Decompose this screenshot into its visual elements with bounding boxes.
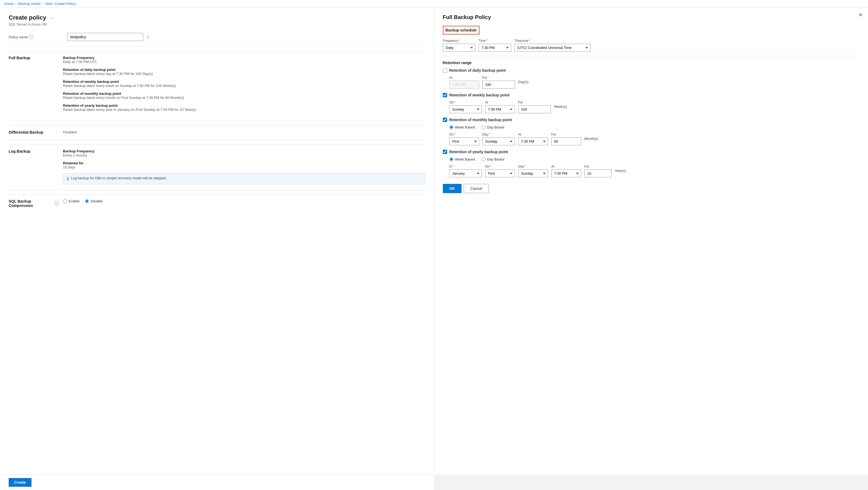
monthly-day-label: Day — [483, 133, 488, 136]
monthly-unit: Month(s) — [585, 137, 598, 141]
monthly-retention-checkbox[interactable] — [443, 118, 447, 122]
info-circle-icon: ℹ — [67, 176, 69, 181]
timezone-label: Timezone — [515, 39, 529, 42]
differential-backup-value: Disabled — [63, 130, 425, 134]
yearly-on-select[interactable]: FirstSecondThirdFourthLast — [485, 170, 515, 177]
disable-label: Disable — [91, 199, 102, 203]
daily-retention-fields: At 7:30 PM For Day(s) — [443, 76, 860, 89]
yearly-retention-fields: In * JanuaryFebruaryMarchApril MayJuneJu… — [443, 165, 860, 177]
differential-backup-label: Differential Backup — [9, 130, 63, 135]
monthly-day-based-label[interactable]: Day Based — [482, 125, 504, 129]
backup-schedule-label: Backup schedule — [443, 26, 479, 34]
sql-compression-info-icon[interactable]: i — [55, 201, 59, 206]
disable-radio-label[interactable]: Disable — [85, 199, 102, 203]
log-freq-desc: Every 2 hour(s) — [63, 153, 425, 157]
yearly-week-based-label[interactable]: Week Based — [449, 157, 475, 161]
yearly-type-radio-group: Week Based Day Based — [443, 157, 860, 161]
full-backup-freq-desc: Daily at 7:30 PM UTC — [63, 60, 425, 64]
disable-radio[interactable] — [85, 199, 89, 203]
time-select[interactable]: 7:30 PM — [478, 44, 511, 52]
log-freq-title: Backup Frequency — [63, 149, 425, 153]
yearly-at-label: At — [551, 165, 554, 168]
monthly-day-select[interactable]: SundayMondayTuesday WednesdayThursdayFri… — [483, 138, 515, 145]
yearly-retention-checkbox[interactable] — [443, 150, 447, 154]
left-panel: Create policy ··· SQL Server in Azure VM… — [0, 8, 434, 474]
create-button[interactable]: Create — [9, 478, 31, 487]
monthly-week-based-text: Week Based — [455, 125, 475, 129]
frequency-label: Frequency — [443, 39, 458, 42]
yearly-day-label: Day — [518, 165, 524, 168]
monthly-for-label: For — [551, 133, 556, 136]
daily-at-select[interactable]: 7:30 PM — [449, 81, 479, 89]
monthly-day-based-radio[interactable] — [482, 125, 486, 129]
weekly-at-select[interactable]: 7:30 PM — [485, 106, 515, 113]
cancel-button[interactable]: Cancel — [464, 184, 489, 193]
retention-range-label: Retention range — [443, 61, 860, 65]
monthly-retention-check-label[interactable]: Retention of monthly backup point — [449, 118, 512, 122]
weekly-retention-check-label[interactable]: Retention of weekly backup point — [449, 93, 509, 97]
timezone-select[interactable]: (UTC) Coordinated Universal Time — [515, 44, 590, 52]
daily-unit: Day(s) — [518, 80, 529, 84]
right-panel: Full Backup Policy ✕ Backup schedule Fre… — [434, 8, 868, 474]
full-backup-label: Full Backup — [9, 56, 63, 115]
yearly-in-label: In — [449, 165, 452, 168]
yearly-day-based-radio[interactable] — [482, 157, 486, 161]
weekly-unit: Week(s) — [554, 105, 567, 109]
monthly-at-select[interactable]: 7:30 PM — [518, 138, 548, 145]
policy-name-input[interactable] — [67, 33, 143, 41]
daily-retention-section: Retention of daily backup point At 7:30 … — [443, 68, 860, 89]
yearly-for-label: For — [585, 165, 589, 168]
yearly-at-select[interactable]: 7:30 PM — [551, 170, 581, 177]
monthly-retention-title: Retention of monthly backup point — [63, 91, 425, 96]
monthly-on-select[interactable]: FirstSecondThirdFourthLast — [449, 138, 479, 145]
daily-retention-check-label[interactable]: Retention of daily backup point — [449, 68, 506, 73]
yearly-retention-section: Retention of yearly backup point Week Ba… — [443, 150, 860, 177]
frequency-select[interactable]: Daily Weekly Monthly — [443, 44, 475, 52]
enable-radio[interactable] — [63, 199, 67, 203]
enable-label: Enable — [69, 199, 80, 203]
retention-range-section: Retention range Retention of daily backu… — [443, 56, 860, 193]
yearly-day-select[interactable]: SundayMondayTuesday WednesdayThursdayFri… — [518, 170, 548, 177]
time-field: Time * 7:30 PM — [478, 39, 511, 52]
log-backup-section: Log Backup Backup Frequency Every 2 hour… — [9, 144, 425, 184]
breadcrumb-backup-center[interactable]: Backup center — [18, 2, 41, 6]
yearly-unit: Year(s) — [615, 169, 626, 173]
breadcrumb-start-create[interactable]: Start: Create Policy — [45, 2, 75, 6]
weekly-for-input[interactable] — [518, 106, 551, 113]
yearly-week-based-radio[interactable] — [449, 157, 454, 161]
full-backup-content: Backup Frequency Daily at 7:30 PM UTC Re… — [63, 56, 425, 115]
monthly-retention-desc: Retain backup taken every month on First… — [63, 96, 425, 100]
weekly-at-label: At — [485, 100, 488, 104]
page-subtitle: SQL Server in Azure VM — [9, 22, 425, 26]
breadcrumb-home[interactable]: Home — [4, 2, 14, 6]
policy-name-info-icon[interactable]: i — [29, 35, 33, 39]
yearly-in-select[interactable]: JanuaryFebruaryMarchApril MayJuneJulyAug… — [449, 170, 482, 177]
ellipsis-button[interactable]: ··· — [48, 15, 56, 21]
yearly-retention-check-label[interactable]: Retention of yearly backup point — [449, 150, 508, 154]
monthly-week-based-label[interactable]: Week Based — [449, 125, 475, 129]
ok-button[interactable]: OK — [443, 184, 462, 193]
yearly-on-label: On — [485, 165, 490, 168]
log-retained-title: Retained for — [63, 161, 425, 165]
weekly-on-select[interactable]: SundayMondayTuesday WednesdayThursdayFri… — [449, 106, 482, 113]
weekly-retention-desc: Retain backup taken every week on Sunday… — [63, 84, 425, 88]
policy-name-label: Policy name i — [9, 35, 63, 39]
daily-for-input[interactable] — [483, 81, 515, 89]
yearly-day-based-label[interactable]: Day Based — [482, 157, 504, 161]
monthly-week-based-radio[interactable] — [449, 125, 454, 129]
monthly-on-label: On — [449, 133, 454, 136]
monthly-type-radio-group: Week Based Day Based — [443, 125, 860, 129]
weekly-for-label: For — [518, 100, 523, 104]
yearly-for-input[interactable] — [585, 170, 612, 177]
weekly-retention-fields: On * SundayMondayTuesday WednesdayThursd… — [443, 100, 860, 113]
monthly-at-label: At — [518, 133, 521, 136]
monthly-for-input[interactable] — [551, 138, 581, 145]
weekly-retention-checkbox[interactable] — [443, 93, 447, 97]
daily-retention-checkbox[interactable] — [443, 68, 447, 73]
log-retained-desc: 15 days — [63, 165, 425, 169]
yearly-retention-title: Retention of yearly backup point — [63, 104, 425, 108]
close-button[interactable]: ✕ — [859, 12, 863, 18]
yearly-day-based-text: Day Based — [487, 157, 504, 161]
time-label: Time — [478, 39, 486, 42]
enable-radio-label[interactable]: Enable — [63, 199, 80, 203]
